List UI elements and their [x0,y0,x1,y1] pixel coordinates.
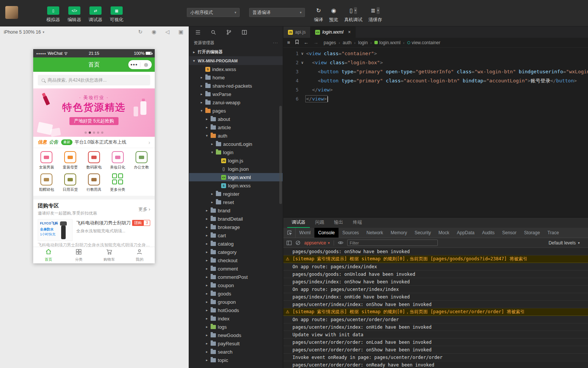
wechat-capsule[interactable]: ●●● ◎ [128,60,152,69]
device-selector[interactable]: iPhone 5 100% 16 ▾ [4,29,45,35]
devtools-tab-Security[interactable]: Security [411,228,434,238]
editor-tab-api.js[interactable]: JSapi.js [283,26,311,38]
breadcrumb-item[interactable]: login.wxml [374,40,400,45]
inspect-element-icon[interactable] [283,228,296,238]
breadcrumb-item[interactable]: login [358,40,368,45]
tree-file-login.wxss[interactable]: Slogin.wxss [189,181,283,190]
tab-user[interactable]: 我的 [125,247,155,263]
tree-folder-checkout[interactable]: ▸checkout [189,256,283,264]
fold-icon[interactable]: ∨ [299,58,306,67]
tree-folder-catalog[interactable]: ▸catalog [189,240,283,248]
capsule-close-icon[interactable]: ◎ [140,62,152,67]
tree-folder-category[interactable]: ▸category [189,248,283,256]
devtools-tab-AppData[interactable]: AppData [453,228,478,238]
tree-folder-login[interactable]: ▾login [189,148,283,156]
back-arrow-icon[interactable]: ← [304,40,309,45]
code-line-1[interactable]: 1∨<view class="container"> [283,49,588,58]
compile-mode-select[interactable]: 普通编译 ▾ [249,8,305,17]
tree-folder-zanui-weapp[interactable]: ▸zanui-weapp [189,98,283,107]
more-actions-icon[interactable]: ··· [273,40,278,45]
tree-folder-brandDetail[interactable]: ▸brandDetail [189,215,283,223]
visualizer-button[interactable]: ▦可视化 [108,6,125,23]
banner-carousel[interactable]: · 美妆行业 · 特色货源精选 产地好货 5元起抢购 [33,88,155,137]
tab-cart[interactable]: 购物车 [94,247,125,263]
category-item[interactable]: 童装母婴 [58,151,82,170]
devtools-tab-Audits[interactable]: Audits [478,228,498,238]
console-filter-input[interactable]: Filter [347,240,438,246]
devtools-tab-Storage[interactable]: Storage [520,228,544,238]
category-item[interactable]: 办公文教 [129,151,153,170]
project-root-section[interactable]: ▾ WX-MINI-PROGRAM [189,56,283,65]
devtools-tab-Mock[interactable]: Mock [435,228,453,238]
caret-down-icon[interactable]: ▾ [354,7,357,14]
devtools-tab-Trace[interactable]: Trace [544,228,563,238]
clear-console-icon[interactable] [296,240,300,245]
mode-select[interactable]: 小程序模式 ▾ [187,8,240,17]
search-input[interactable]: 商品搜索, 共424款供您选择... [38,75,150,85]
tree-file-login.json[interactable]: {}login.json [189,165,283,173]
mute-icon[interactable]: ◁ [165,29,169,35]
tree-folder-commentPost[interactable]: ▸commentPost [189,273,283,281]
rotate-icon[interactable]: ↻ [138,29,143,35]
devtools-tab-Console[interactable]: Console [314,228,339,238]
category-item[interactable]: 更多分类 [106,173,129,192]
tree-folder-wxParse[interactable]: ▸wxParse [189,90,283,98]
execution-context-select[interactable]: appservice ▾ [304,240,330,246]
tree-folder-logs[interactable]: ▸logs [189,323,283,331]
compile-button[interactable]: ↻编译 [314,6,323,23]
debugger-tab-终端[interactable]: 终端 [348,217,366,228]
code-line-4[interactable]: 4 <button type="primary" class="account-… [283,76,588,85]
breadcrumb-item[interactable]: auth [343,40,351,45]
clear-cache-button[interactable]: ≣▾清缓存 [368,6,382,23]
groupon-more-link[interactable]: 更多 › [139,206,150,213]
category-item[interactable]: 日用百货 [58,173,82,192]
debugger-tab-问题[interactable]: 问题 [311,217,329,228]
devtools-tab-Memory[interactable]: Memory [387,228,411,238]
close-icon[interactable]: × [348,29,351,35]
debugger-tab-输出[interactable]: 输出 [329,217,348,228]
tree-folder-hotGoods[interactable]: ▸hotGoods [189,306,283,314]
carousel-dot[interactable] [93,131,95,134]
code-line-3[interactable]: 3 <button type="primary" open-type="getU… [283,67,588,76]
user-avatar[interactable] [5,6,18,19]
groupon-product-card[interactable]: FLYCO飞科 全身防水 1小时快充 飞科电动剃须刀男士刮胡刀 全身水洗智能充电… [33,217,155,241]
tab-grid[interactable]: 分类 [64,247,94,263]
tree-folder-share-red-packets[interactable]: ▸share-red-packets [189,82,283,90]
tree-folder-accountLogin[interactable]: ▸accountLogin [189,140,283,148]
remote-debug-button[interactable]: ▯▾真机调试 [344,6,362,23]
category-item[interactable]: 女装男装 [35,151,58,170]
forward-arrow-icon[interactable]: → [314,40,319,45]
category-item[interactable]: 美妆日化 [106,151,129,170]
tree-folder-register[interactable]: ▸register [189,190,283,198]
capsule-menu-icon[interactable]: ●●● [128,63,140,66]
editor-tab-login.wxml[interactable]: <>login.wxml× [311,26,356,38]
category-item[interactable]: 数码家电 [82,151,106,170]
menu-icon[interactable]: ≡ [287,40,290,45]
code-line-2[interactable]: 2∨ <view class="login-box"> [283,58,588,67]
git-branch-icon[interactable] [226,29,232,35]
category-item[interactable]: 鞋帽箱包 [35,173,58,192]
devtools-tab-Network[interactable]: Network [363,228,387,238]
tree-file-login.js[interactable]: JSlogin.js [189,156,283,165]
tree-folder-auth[interactable]: ▾auth [189,131,283,140]
code-line-6[interactable]: 6</view> [283,94,588,104]
tree-folder-about[interactable]: ▸about [189,115,283,123]
notice-bar[interactable]: 信息 公告 最新 平台1.0版本正式发布上线 › [33,137,155,148]
tree-folder-goods[interactable]: ▸goods [189,289,283,298]
tree-folder-groupon[interactable]: ▸groupon [189,298,283,306]
carousel-dot[interactable] [101,131,103,134]
fold-icon[interactable]: ∨ [299,49,306,58]
breadcrumb-item[interactable]: view.container [407,40,440,45]
tree-folder-brand[interactable]: ▸brand [189,206,283,215]
tree-folder-brokerage[interactable]: ▸brokerage [189,223,283,231]
tree-folder-reset[interactable]: ▸reset [189,198,283,206]
explorer-scrollbar[interactable] [279,106,282,204]
screenshot-icon[interactable]: ▣ [179,29,183,35]
tree-folder-index[interactable]: ▸index [189,314,283,323]
breadcrumb-item[interactable]: pages [324,40,336,45]
record-icon[interactable]: ◉ [152,29,156,35]
code-line-5[interactable]: 5 </view> [283,85,588,94]
debugger-button[interactable]: ⇄调试器 [87,6,104,23]
devtools-tab-Sensor[interactable]: Sensor [499,228,520,238]
tree-file-index.wxss[interactable]: Sindex.wxss [189,65,283,73]
